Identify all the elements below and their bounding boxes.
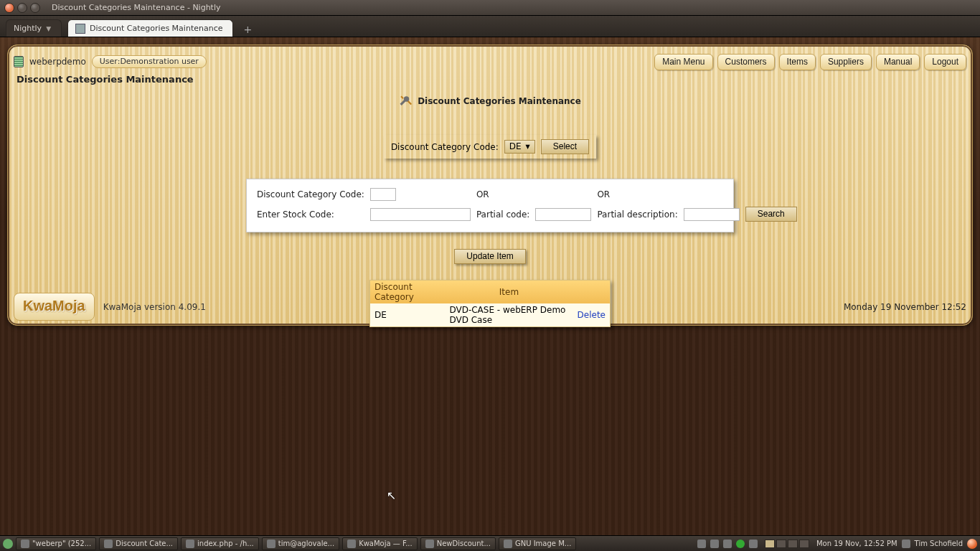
- center-heading-text: Discount Categories Maintenance: [418, 96, 581, 106]
- nav-customers[interactable]: Customers: [717, 54, 775, 70]
- cat-code-input[interactable]: [370, 188, 396, 201]
- tools-icon: [399, 95, 412, 108]
- power-icon[interactable]: [967, 539, 977, 549]
- app-icon: [186, 540, 194, 548]
- category-code-value: DE: [509, 141, 522, 151]
- tray-icon[interactable]: [710, 540, 719, 548]
- nav-items[interactable]: Items: [779, 54, 816, 70]
- window-title: Discount Categories Maintenance - Nightl…: [52, 3, 221, 12]
- app-card: weberpdemo User:Demonstration user Main …: [7, 44, 973, 326]
- tab-discount-categories[interactable]: Discount Categories Maintenance: [67, 19, 233, 37]
- user-chip[interactable]: User:Demonstration user: [92, 55, 207, 68]
- stock-code-label: Enter Stock Code:: [254, 204, 367, 225]
- task-label: tim@aglovale...: [278, 540, 334, 547]
- stock-code-input[interactable]: [370, 208, 471, 221]
- select-box: Discount Category Code: DE ▼ Select: [384, 135, 596, 159]
- user-prefix: User:: [100, 57, 121, 66]
- app-footer: KwaMoja KwaMoja version 4.09.1 Monday 19…: [14, 293, 966, 321]
- tab-nightly-label: Nightly: [14, 24, 42, 33]
- partial-desc-input[interactable]: [684, 208, 740, 221]
- window-close-icon[interactable]: [4, 3, 14, 13]
- task-label: index.php - /h...: [197, 540, 254, 547]
- db-name: weberpdemo: [29, 57, 86, 67]
- task-label: KwaMoja — F...: [359, 540, 413, 547]
- session-user[interactable]: Tim Schofield: [915, 540, 963, 547]
- center-heading: Discount Categories Maintenance: [14, 95, 966, 108]
- or-label-1: OR: [473, 185, 533, 204]
- task-item[interactable]: KwaMoja — F...: [342, 537, 418, 550]
- tray-icon[interactable]: [697, 540, 706, 548]
- breadcrumb: weberpdemo User:Demonstration user: [14, 55, 207, 68]
- page-icon: [75, 24, 85, 34]
- os-taskbar: "weberp" (252... Discount Cate... index.…: [0, 535, 980, 551]
- chevron-down-icon: ▼: [526, 143, 530, 150]
- window-titlebar: Discount Categories Maintenance - Nightl…: [0, 0, 980, 16]
- update-row: Update Item: [14, 248, 966, 264]
- tray-icon[interactable]: [723, 540, 732, 548]
- tray-icon[interactable]: [902, 540, 910, 548]
- tray-icon[interactable]: [736, 540, 745, 548]
- window-minimize-icon[interactable]: [17, 3, 27, 13]
- chevron-down-icon: ▼: [46, 25, 51, 32]
- nav-main-menu[interactable]: Main Menu: [654, 54, 712, 70]
- page-title: Discount Categories Maintenance: [17, 74, 966, 85]
- app-header: weberpdemo User:Demonstration user Main …: [14, 51, 966, 72]
- workspace-switcher[interactable]: [765, 540, 809, 548]
- app-icon: [21, 540, 29, 548]
- nav-suppliers[interactable]: Suppliers: [820, 54, 872, 70]
- task-label: Discount Cate...: [116, 540, 173, 547]
- start-icon[interactable]: [3, 539, 13, 549]
- app-icon: [104, 540, 113, 548]
- task-item[interactable]: GNU Image M...: [499, 537, 576, 550]
- task-item[interactable]: "weberp" (252...: [16, 537, 96, 550]
- select-row: Discount Category Code: DE ▼ Select: [14, 135, 966, 159]
- task-item[interactable]: index.php - /h...: [181, 537, 259, 550]
- partial-code-input[interactable]: [535, 208, 591, 221]
- browser-tabstrip: Nightly ▼ Discount Categories Maintenanc…: [0, 16, 980, 37]
- tray-icon[interactable]: [749, 540, 758, 548]
- app-icon: [425, 540, 434, 548]
- app-icon: [267, 540, 275, 548]
- update-item-button[interactable]: Update Item: [454, 249, 525, 264]
- system-tray: Mon 19 Nov, 12:52 PM Tim Schofield: [697, 539, 977, 549]
- partial-code-label: Partial code:: [473, 204, 533, 225]
- top-nav: Main Menu Customers Items Suppliers Manu…: [654, 54, 966, 70]
- new-tab-button[interactable]: +: [239, 24, 256, 37]
- app-icon: [347, 540, 356, 548]
- select-label: Discount Category Code:: [391, 142, 499, 152]
- clock[interactable]: Mon 19 Nov, 12:52 PM: [816, 540, 897, 547]
- database-icon: [14, 56, 24, 67]
- nav-logout[interactable]: Logout: [924, 54, 966, 70]
- task-label: "weberp" (252...: [32, 540, 91, 547]
- user-name: Demonstration user: [120, 57, 199, 66]
- partial-desc-label: Partial description:: [594, 204, 680, 225]
- footer-datetime: Monday 19 November 12:52: [844, 302, 966, 312]
- search-button[interactable]: Search: [745, 207, 797, 222]
- search-panel: Discount Category Code: OR OR Enter Stoc…: [246, 179, 734, 232]
- task-label: NewDiscount...: [437, 540, 491, 547]
- tab-nightly[interactable]: Nightly ▼: [6, 19, 62, 37]
- mouse-cursor-icon: ↖: [387, 489, 396, 502]
- cat-code-label: Discount Category Code:: [254, 185, 367, 204]
- task-item[interactable]: tim@aglovale...: [262, 537, 339, 550]
- task-label: GNU Image M...: [515, 540, 571, 547]
- category-code-select[interactable]: DE ▼: [504, 140, 535, 154]
- tab-active-label: Discount Categories Maintenance: [90, 24, 222, 33]
- or-label-2: OR: [594, 185, 680, 204]
- logo: KwaMoja: [14, 293, 95, 321]
- nav-manual[interactable]: Manual: [876, 54, 920, 70]
- version-text: KwaMoja version 4.09.1: [103, 302, 206, 312]
- select-button[interactable]: Select: [541, 139, 589, 154]
- task-item[interactable]: NewDiscount...: [420, 537, 496, 550]
- task-item[interactable]: Discount Cate...: [99, 537, 178, 550]
- app-icon: [504, 540, 512, 548]
- window-maximize-icon[interactable]: [30, 3, 40, 13]
